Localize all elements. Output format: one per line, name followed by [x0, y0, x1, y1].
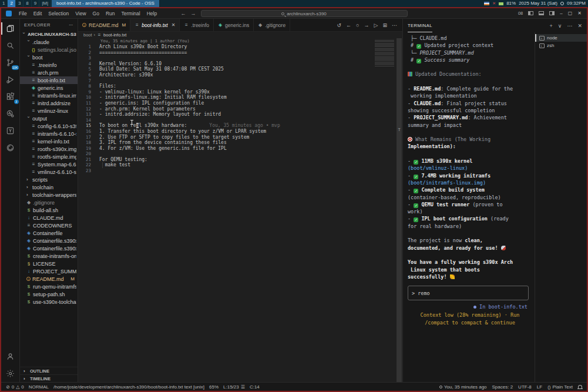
remote-tools-icon[interactable]: [1, 105, 20, 122]
workspace-button[interactable]: 8: [23, 0, 31, 7]
changes-icon[interactable]: ○: [356, 22, 359, 28]
tab-boot-info-txt[interactable]: ≡boot-info.txt✕: [130, 19, 180, 31]
run-debug-icon[interactable]: [1, 71, 20, 88]
line-indicator[interactable]: L:15/23☰: [223, 384, 245, 390]
tree-item[interactable]: ›toolchain-wrappers: [20, 191, 78, 199]
launch-profile-icon[interactable]: ∨: [558, 23, 562, 29]
tree-item[interactable]: ≡System.map-6.6.10-s3...: [20, 160, 78, 168]
nav-back-icon[interactable]: ←: [181, 11, 186, 16]
prev-change-icon[interactable]: ←: [346, 22, 351, 28]
explorer-more-actions-icon[interactable]: ⋯: [69, 22, 73, 28]
breadcrumb-folder[interactable]: boot: [83, 32, 92, 38]
tree-item[interactable]: $run-qemu-initramfs-on...: [20, 283, 78, 290]
toggle-sidebar-icon[interactable]: [528, 11, 533, 15]
vim-mode[interactable]: NORMAL: [29, 384, 49, 390]
tree-item[interactable]: ≡config-6.6.10-s390x: [20, 122, 78, 130]
toggle-panel-icon[interactable]: [539, 11, 544, 15]
tree-item[interactable]: ≡boot-info.txt: [20, 76, 78, 84]
tree-item[interactable]: ◈Containerfile.s390x-fed...: [20, 237, 78, 244]
testing-icon[interactable]: [1, 122, 20, 139]
tab-readme-md[interactable]: iREADME.mdM: [78, 19, 130, 31]
claude-input[interactable]: > remo: [408, 286, 529, 300]
tree-item[interactable]: ≡initramfs-linux.img: [20, 92, 78, 99]
tree-item[interactable]: ›.claude: [20, 38, 78, 46]
new-terminal-icon[interactable]: +: [550, 23, 553, 29]
file-path-info[interactable]: /home/josie/development/archlinuxarch-s3…: [53, 384, 204, 390]
tree-item[interactable]: ≡vmlinuz-6.6.10-s390x: [20, 168, 78, 176]
tree-item[interactable]: §LICENSE: [20, 260, 78, 267]
close-panel-icon[interactable]: ✕: [577, 23, 582, 29]
tree-item[interactable]: iREADME.mdM: [20, 275, 78, 283]
tree-item[interactable]: $use-s390x-toolchain.sh: [20, 298, 78, 306]
tree-item[interactable]: ›boot: [20, 53, 78, 61]
menu-view[interactable]: View: [72, 8, 89, 19]
run-icon[interactable]: ▷: [374, 22, 378, 28]
workspace-button[interactable]: 3: [16, 0, 23, 7]
menu-go[interactable]: Go: [90, 8, 102, 19]
maximize-button[interactable]: ▢: [568, 11, 573, 16]
tree-item[interactable]: ≡arch.prm: [20, 69, 78, 76]
terminal-session-node[interactable]: >_node: [535, 34, 587, 42]
tree-item[interactable]: $build-all.sh: [20, 206, 78, 214]
toggle-secondary-sidebar-icon[interactable]: [549, 11, 555, 15]
breadcrumb-file[interactable]: boot-info.txt: [103, 32, 126, 38]
tree-item[interactable]: ›ARCHLINUXARCH-S390: [20, 31, 78, 38]
tree-item[interactable]: ≡.treeinfo: [20, 61, 78, 69]
more-icon[interactable]: ⋯: [392, 22, 397, 28]
settings-gear-icon[interactable]: [1, 365, 20, 382]
minimap[interactable]: [375, 40, 394, 66]
source-control-icon[interactable]: 10K: [1, 54, 20, 71]
tab-terminal[interactable]: TERMINAL: [408, 19, 432, 32]
workspace-button[interactable]: 1: [0, 0, 8, 7]
tree-item[interactable]: ≡CODEOWNERS: [20, 222, 78, 229]
tree-item[interactable]: {}settings.local.json: [20, 46, 78, 53]
close-tab-icon[interactable]: ✕: [172, 22, 176, 28]
tree-item[interactable]: ≡vmlinuz-linux: [20, 107, 78, 115]
search-view-icon[interactable]: [1, 37, 20, 54]
split-editor-icon[interactable]: ⊞: [382, 22, 387, 28]
tree-item[interactable]: ◆.gitignore: [20, 199, 78, 206]
tree-item[interactable]: $create-initramfs-only-s...: [20, 252, 78, 260]
tree-item[interactable]: ≡rootfs-s390x.img: [20, 145, 78, 153]
close-button[interactable]: ✕: [577, 11, 582, 16]
tree-item[interactable]: ◈Containerfile.s390x-fed...: [20, 244, 78, 252]
indent-status[interactable]: Spaces: 2: [492, 384, 513, 390]
next-change-icon[interactable]: →: [364, 22, 369, 28]
encoding-status[interactable]: UTF-8: [518, 384, 532, 390]
workspace-button[interactable]: |M|: [39, 0, 51, 7]
tree-item[interactable]: ≡initramfs-6.6.10-s390x...: [20, 130, 78, 138]
menu-selection[interactable]: Selection: [45, 8, 72, 19]
tab--treeinfo[interactable]: ≡.treeinfo: [180, 19, 214, 31]
menu-run[interactable]: Run: [103, 8, 118, 19]
tab--gitignore[interactable]: ◆.gitignore: [254, 19, 290, 31]
tab-generic-ins[interactable]: ◈generic.ins: [214, 19, 254, 31]
extensions-icon[interactable]: 3: [1, 88, 20, 105]
tree-item[interactable]: ›output: [20, 115, 78, 122]
eol-status[interactable]: LF: [537, 384, 542, 390]
problems-indicator[interactable]: ⊘ 0 △ 0: [6, 384, 24, 390]
terminal-session-zsh[interactable]: >_zsh: [535, 42, 587, 49]
breadcrumb[interactable]: boot › ≡ boot-info.txt: [78, 32, 402, 38]
tree-item[interactable]: ◈Containerfile: [20, 229, 78, 237]
layout-indicator[interactable]: 08: [518, 11, 523, 16]
editor-scrollbar[interactable]: T: [396, 38, 402, 382]
command-center-search[interactable]: archlinuxarch-s390: [201, 10, 408, 17]
column-indicator[interactable]: C:14: [250, 384, 260, 390]
volume-muted-icon[interactable]: ✕: [492, 0, 496, 7]
minimize-button[interactable]: –: [560, 11, 562, 16]
notifications-bell-icon[interactable]: [578, 385, 582, 388]
tree-item[interactable]: $setup-path.sh: [20, 290, 78, 298]
section-timeline[interactable]: ›TIMELINE: [20, 374, 78, 382]
tree-item[interactable]: ≡rootfs-simple.img: [20, 153, 78, 160]
menu-help[interactable]: Help: [144, 8, 160, 19]
explorer-icon[interactable]: [1, 20, 20, 37]
nav-forward-icon[interactable]: →: [191, 11, 196, 16]
git-blame-status[interactable]: You, 35 minutes ago: [439, 384, 487, 390]
more-actions-icon[interactable]: ⋯: [567, 23, 572, 29]
tree-item[interactable]: ↓CLAUDE.md: [20, 214, 78, 222]
account-icon[interactable]: [1, 348, 20, 365]
tree-item[interactable]: ≡kernel-info.txt: [20, 138, 78, 145]
editor-content[interactable]: You, 35 minutes ago | 1 author (You) 1Ar…: [78, 38, 402, 382]
section-outline[interactable]: ›OUTLINE: [20, 367, 78, 374]
tree-item[interactable]: ›toolchain: [20, 183, 78, 191]
